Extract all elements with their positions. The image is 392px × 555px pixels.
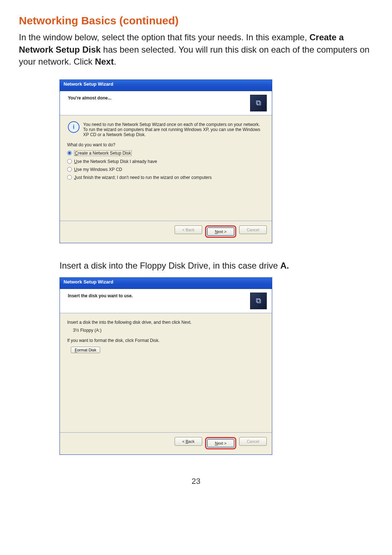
- highlight-ring: Next >: [205, 225, 236, 238]
- radio-group: Create a Network Setup Disk Use the Netw…: [67, 150, 265, 180]
- network-icon: ⧉: [250, 95, 267, 111]
- wizard-body: i You need to run the Network Setup Wiza…: [60, 115, 272, 221]
- network-setup-wizard-2: Network Setup Wizard Insert the disk you…: [60, 277, 272, 455]
- radio-accel: U: [74, 159, 77, 164]
- format-disk-button[interactable]: Format Disk: [71, 347, 100, 353]
- radio-label: reate a Network Setup Disk: [78, 151, 131, 156]
- mid-bold: A.: [280, 261, 289, 270]
- radio-accel: C: [75, 151, 78, 156]
- wizard-prompt: What do you want to do?: [67, 142, 265, 147]
- radio-label: se the Network Setup Disk I already have: [77, 159, 157, 164]
- radio-option-use-existing-disk[interactable]: Use the Network Setup Disk I already hav…: [67, 159, 265, 164]
- intro-bold-2: Next: [95, 57, 114, 66]
- radio-option-use-xp-cd[interactable]: Use my Windows XP CD: [67, 167, 265, 172]
- page-number: 23: [19, 477, 373, 486]
- mid-paragraph: Insert a disk into the Floppy Disk Drive…: [19, 261, 373, 271]
- radio-option-create-disk[interactable]: Create a Network Setup Disk: [67, 150, 265, 156]
- window-titlebar: Network Setup Wizard: [60, 278, 272, 289]
- radio-label: se my Windows XP CD: [77, 167, 122, 172]
- highlight-ring: Next >: [205, 437, 236, 449]
- page-heading: Networking Basics (continued): [19, 15, 373, 27]
- intro-paragraph: In the window below, select the option t…: [19, 31, 373, 68]
- wizard-header: Insert the disk you want to use. ⧉: [60, 289, 272, 313]
- radio-label: ust finish the wizard; I don't need to r…: [76, 175, 212, 180]
- next-button[interactable]: Next >: [207, 227, 234, 236]
- next-button-rest: ext >: [218, 229, 226, 234]
- back-button[interactable]: < Back: [175, 437, 202, 446]
- wizard-info-text: You need to run the Network Setup Wizard…: [83, 122, 265, 137]
- insert-instruction: Insert a disk the into the following dis…: [67, 320, 265, 325]
- radio-option-just-finish[interactable]: Just finish the wizard; I don't need to …: [67, 175, 265, 180]
- radio-input[interactable]: [67, 167, 72, 172]
- wizard-header: You're almost done... ⧉: [60, 91, 272, 115]
- wizard-header-text: Insert the disk you want to use.: [68, 293, 133, 298]
- wizard-footer: < Back Next > Cancel: [60, 221, 272, 243]
- radio-input[interactable]: [67, 159, 72, 164]
- network-icon: ⧉: [250, 293, 267, 309]
- wizard-body: Insert a disk the into the following dis…: [60, 313, 272, 432]
- cancel-button: Cancel: [239, 437, 267, 446]
- drive-name: 3½ Floppy (A:): [73, 328, 265, 333]
- intro-text-a: In the window below, select the option t…: [19, 32, 309, 42]
- radio-input[interactable]: [67, 175, 72, 180]
- radio-input[interactable]: [67, 151, 72, 155]
- intro-text-e: .: [114, 57, 116, 66]
- wizard-footer: < Back Next > Cancel: [60, 432, 272, 454]
- wizard-header-text: You're almost done...: [68, 95, 111, 101]
- network-setup-wizard-1: Network Setup Wizard You're almost done.…: [60, 79, 272, 243]
- info-icon: i: [68, 121, 79, 133]
- window-titlebar: Network Setup Wizard: [60, 80, 272, 91]
- back-button: < Back: [175, 225, 202, 234]
- next-button[interactable]: Next >: [207, 439, 234, 448]
- radio-accel: U: [74, 167, 77, 172]
- mid-text-a: Insert a disk into the Floppy Disk Drive…: [60, 261, 280, 270]
- cancel-button: Cancel: [239, 225, 267, 234]
- format-instruction: If you want to format the disk, click Fo…: [67, 338, 265, 343]
